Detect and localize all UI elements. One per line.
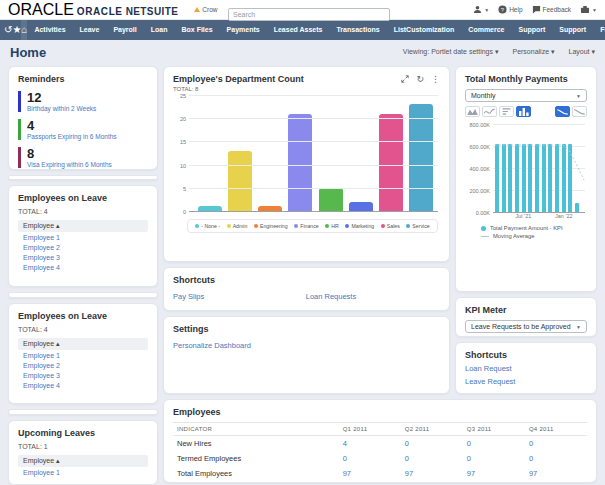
cell-value-link[interactable]: 97 bbox=[339, 466, 401, 481]
shortcut-link-pay-slips[interactable]: Pay Slips bbox=[173, 292, 204, 301]
bar-hr[interactable] bbox=[319, 188, 343, 211]
y-axis-label: 800.00K bbox=[470, 122, 491, 128]
nav-tab-transactions[interactable]: Transactions bbox=[329, 20, 386, 40]
collapsed-portlet[interactable] bbox=[8, 409, 158, 415]
employee-link[interactable]: Employee 1 bbox=[18, 350, 148, 360]
collapsed-portlet[interactable] bbox=[8, 175, 158, 181]
nav-tab-listcustomization[interactable]: ListCustomization bbox=[387, 20, 462, 40]
line-chart-icon[interactable] bbox=[482, 106, 497, 117]
environment-badge[interactable]: Crow bbox=[194, 6, 217, 13]
legend-item-marketing[interactable]: Marketing bbox=[345, 223, 374, 229]
area-chart-icon[interactable] bbox=[465, 106, 480, 117]
list-chart-icon[interactable] bbox=[499, 106, 514, 117]
chevron-down-icon: ▼ bbox=[484, 7, 489, 13]
shortcuts-star-icon[interactable]: ★ bbox=[12, 20, 21, 40]
bar-chart-icon[interactable] bbox=[516, 106, 531, 117]
legend-item-none[interactable]: - None - bbox=[195, 223, 220, 229]
reminder-link[interactable]: Passports Expiring in 6 Months bbox=[27, 133, 148, 140]
legend-item-sales[interactable]: Sales bbox=[381, 223, 400, 229]
bar-sales[interactable] bbox=[379, 114, 403, 211]
employee-column-header[interactable]: Employee ▴ bbox=[18, 220, 148, 232]
feedback-button[interactable]: Feedback bbox=[532, 5, 572, 14]
nav-tab-support[interactable]: Support bbox=[552, 20, 593, 40]
expand-icon[interactable] bbox=[401, 75, 409, 83]
legend-item-admin[interactable]: Admin bbox=[227, 223, 248, 229]
nav-tab-support[interactable]: Support bbox=[512, 20, 553, 40]
cell-value-link[interactable]: 0 bbox=[339, 451, 401, 466]
shortcut-link-loan-request[interactable]: Loan Request bbox=[465, 364, 587, 373]
cell-value-link[interactable]: 97 bbox=[463, 466, 525, 481]
employee-link[interactable]: Employee 4 bbox=[18, 262, 148, 272]
period-select[interactable]: Monthly ▼ bbox=[465, 89, 587, 102]
personalize-dropdown[interactable]: Personalize ▾ bbox=[512, 48, 554, 56]
y-axis-label: 15 bbox=[180, 139, 186, 145]
employee-link[interactable]: Employee 3 bbox=[18, 370, 148, 380]
apps-menu-button[interactable]: ▼ bbox=[580, 5, 597, 14]
personalize-dashboard-link[interactable]: Personalize Dashboard bbox=[173, 341, 440, 350]
roles-menu-button[interactable]: ▼ bbox=[473, 5, 489, 14]
viewing-date-settings-dropdown[interactable]: Viewing: Portlet date settings ▾ bbox=[403, 48, 499, 56]
layout-dropdown[interactable]: Layout ▾ bbox=[569, 48, 595, 56]
legend-item-finance[interactable]: Finance bbox=[294, 223, 318, 229]
cell-value-link[interactable]: 0 bbox=[463, 451, 525, 466]
employee-column-header[interactable]: Employee ▴ bbox=[18, 338, 148, 350]
legend-item-hr[interactable]: HR bbox=[325, 223, 339, 229]
column-header-q3-2011[interactable]: Q3 2011 bbox=[463, 423, 525, 436]
cell-value-link[interactable]: 0 bbox=[463, 436, 525, 452]
recent-records-icon[interactable]: ↺ bbox=[4, 20, 12, 40]
help-button[interactable]: ? Help bbox=[498, 5, 522, 14]
shortcut-link-loan-requests[interactable]: Loan Requests bbox=[306, 292, 356, 301]
help-label: Help bbox=[509, 6, 522, 13]
column-header-q1-2011[interactable]: Q1 2011 bbox=[339, 423, 401, 436]
nav-tab-leased-assets[interactable]: Leased Assets bbox=[267, 20, 330, 40]
nav-tab-loan[interactable]: Loan bbox=[144, 20, 175, 40]
employee-column-header[interactable]: Employee ▴ bbox=[18, 455, 148, 467]
moving-average-off-icon[interactable] bbox=[572, 106, 587, 117]
total-count: TOTAL: 4 bbox=[18, 326, 148, 333]
collapsed-portlet[interactable] bbox=[8, 292, 158, 298]
bar-admin[interactable] bbox=[228, 151, 252, 211]
shortcut-link-leave-request[interactable]: Leave Request bbox=[465, 377, 587, 386]
employee-link[interactable]: Employee 3 bbox=[18, 252, 148, 262]
bar-service[interactable] bbox=[409, 104, 433, 211]
nav-tab-activities[interactable]: Activities bbox=[27, 20, 72, 40]
nav-tab-box-files[interactable]: Box Files bbox=[174, 20, 219, 40]
reminder-link[interactable]: Birthday within 2 Weeks bbox=[27, 105, 148, 112]
portlet-title: Reminders bbox=[18, 74, 148, 84]
employee-link[interactable]: Employee 1 bbox=[18, 467, 148, 477]
kpi-select[interactable]: Leave Requests to be Approved ▼ bbox=[465, 320, 587, 333]
netsuite-logo[interactable]: ORACLE ORACLE NETSUITE bbox=[8, 1, 178, 19]
cell-value-link[interactable]: 0 bbox=[525, 436, 587, 452]
cell-value-link[interactable]: 97 bbox=[525, 466, 587, 481]
cell-value-link[interactable]: 0 bbox=[401, 436, 463, 452]
column-header-indicator[interactable]: INDICATOR bbox=[173, 423, 339, 436]
logo-oracle-text: ORACLE bbox=[8, 1, 74, 19]
cell-value-link[interactable]: 0 bbox=[525, 451, 587, 466]
legend-item-engineering[interactable]: Engineering bbox=[254, 223, 288, 229]
reminder-link[interactable]: Visa Expiring within 6 Months bbox=[27, 161, 148, 168]
nav-tab-leave[interactable]: Leave bbox=[73, 20, 107, 40]
legend-dot bbox=[227, 224, 231, 228]
moving-average-on-icon[interactable] bbox=[555, 106, 570, 117]
legend-label: Sales bbox=[387, 223, 400, 229]
bar-finance[interactable] bbox=[288, 114, 312, 211]
total-monthly-payments-portlet: Total Monthly Payments Monthly ▼ bbox=[455, 66, 597, 292]
bar-marketing[interactable] bbox=[349, 202, 373, 211]
search-input[interactable] bbox=[228, 8, 390, 21]
refresh-icon[interactable]: ↻ bbox=[416, 74, 424, 84]
nav-tab-payments[interactable]: Payments bbox=[220, 20, 267, 40]
column-header-q2-2011[interactable]: Q2 2011 bbox=[401, 423, 463, 436]
employee-link[interactable]: Employee 2 bbox=[18, 242, 148, 252]
nav-tab-fixed-assets[interactable]: Fixed Assets bbox=[593, 20, 605, 40]
nav-tab-payroll[interactable]: Payroll bbox=[106, 20, 143, 40]
employee-link[interactable]: Employee 1 bbox=[18, 232, 148, 242]
employee-link[interactable]: Employee 2 bbox=[18, 360, 148, 370]
employee-link[interactable]: Employee 4 bbox=[18, 380, 148, 390]
kebab-menu-icon[interactable]: ⋮ bbox=[431, 74, 440, 84]
column-header-q4-2011[interactable]: Q4 2011 bbox=[525, 423, 587, 436]
cell-value-link[interactable]: 0 bbox=[401, 451, 463, 466]
nav-tab-commerce[interactable]: Commerce bbox=[461, 20, 511, 40]
cell-value-link[interactable]: 97 bbox=[401, 466, 463, 481]
legend-item-service[interactable]: Service bbox=[406, 223, 429, 229]
cell-value-link[interactable]: 4 bbox=[339, 436, 401, 452]
